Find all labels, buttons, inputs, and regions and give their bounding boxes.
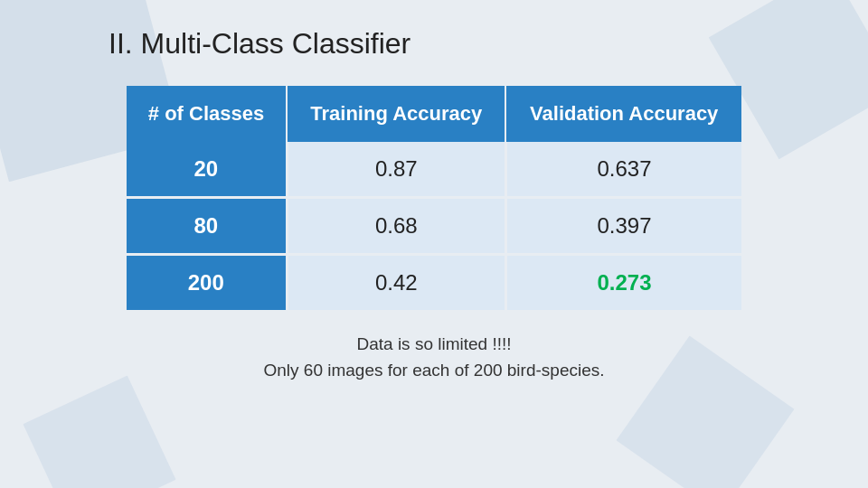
table-row: 200.870.637 [127, 142, 741, 198]
cell-validation-1: 0.397 [505, 198, 741, 255]
table-wrapper: # of Classes Training Accuracy Validatio… [127, 86, 741, 310]
table-header-row: # of Classes Training Accuracy Validatio… [127, 86, 741, 142]
table-row: 800.680.397 [127, 198, 741, 255]
col-header-classes: # of Classes [127, 86, 287, 142]
footer-text: Data is so limited !!!! Only 60 images f… [263, 332, 604, 383]
main-container: II. Multi-Class Classifier # of Classes … [0, 0, 868, 401]
cell-classes-0: 20 [127, 142, 287, 198]
col-header-training: Training Accuracy [287, 86, 505, 142]
accuracy-table: # of Classes Training Accuracy Validatio… [127, 86, 741, 310]
cell-training-0: 0.87 [287, 142, 505, 198]
cell-training-2: 0.42 [287, 255, 505, 311]
page-title: II. Multi-Class Classifier [108, 27, 410, 61]
cell-validation-2: 0.273 [505, 255, 741, 311]
cell-validation-0: 0.637 [505, 142, 741, 198]
cell-classes-2: 200 [127, 255, 287, 311]
cell-classes-1: 80 [127, 198, 287, 255]
footer-line2: Only 60 images for each of 200 bird-spec… [263, 358, 604, 384]
table-row: 2000.420.273 [127, 255, 741, 311]
col-header-validation: Validation Accuracy [505, 86, 741, 142]
footer-line1: Data is so limited !!!! [263, 332, 604, 358]
cell-training-1: 0.68 [287, 198, 505, 255]
